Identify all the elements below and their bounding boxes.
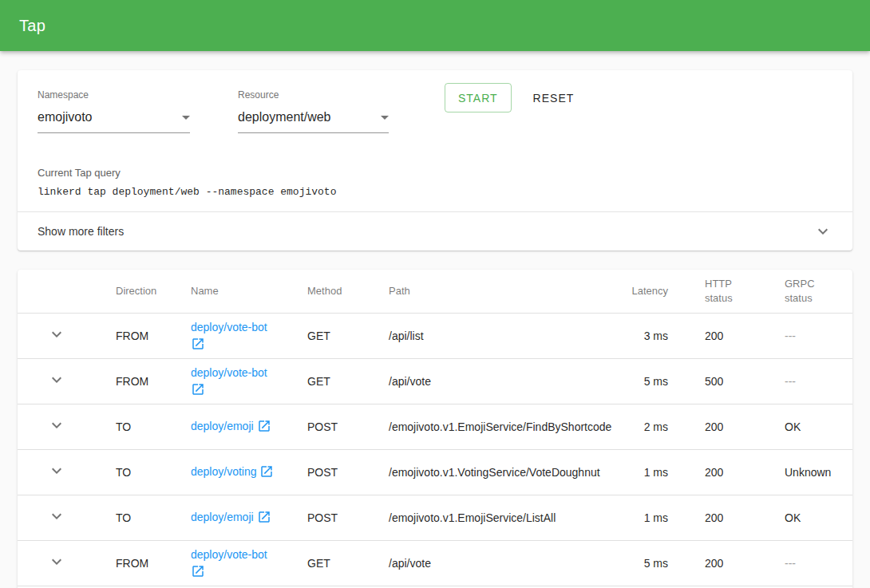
name-cell: deploy/emoji — [191, 404, 307, 449]
chevron-down-icon — [47, 552, 66, 571]
column-header-path: Path — [389, 270, 612, 313]
chevron-down-icon — [47, 416, 66, 435]
grpc-status-cell: --- — [748, 540, 852, 586]
expand-cell — [18, 404, 96, 449]
grpc-status-cell: OK — [748, 404, 852, 449]
resource-link[interactable]: deploy/emoji — [191, 420, 254, 432]
latency-cell: 5 ms — [612, 540, 668, 586]
table-row: FROM deploy/vote-bot GET /api/vote 5 ms … — [18, 358, 852, 404]
direction-cell: FROM — [96, 313, 191, 358]
reset-button[interactable]: RESET — [532, 83, 576, 112]
path-cell: /api/vote — [389, 358, 612, 404]
http-status-cell: 500 — [668, 358, 748, 404]
resource-link[interactable]: deploy/vote-bot — [191, 321, 267, 333]
expand-row-button[interactable] — [47, 416, 66, 435]
resource-link[interactable]: deploy/vote-bot — [191, 548, 267, 561]
resource-select[interactable]: Resource deployment/web — [238, 89, 389, 133]
http-status-cell: 200 — [668, 540, 748, 586]
column-header-name: Name — [191, 270, 307, 313]
chevron-down-icon — [47, 370, 66, 389]
direction-cell: FROM — [96, 540, 191, 586]
name-cell: deploy/vote-bot — [191, 540, 307, 586]
direction-cell: FROM — [96, 358, 191, 404]
tap-query-card: Namespace emojivoto Resource deployment/… — [18, 70, 852, 251]
query-code: linkerd tap deployment/web --namespace e… — [38, 186, 832, 199]
open-in-new-icon[interactable] — [191, 564, 205, 578]
path-cell: /emojivoto.v1.EmojiService/ListAll — [389, 495, 612, 540]
table-row: TO deploy/emoji POST /emojivoto.v1.Emoji… — [18, 495, 852, 540]
dropdown-arrow-icon — [375, 108, 394, 127]
name-cell: deploy/vote-bot — [191, 313, 307, 358]
open-in-new-icon[interactable] — [259, 464, 274, 479]
direction-cell: TO — [96, 449, 191, 495]
name-cell: deploy/emoji — [191, 495, 307, 540]
latency-cell: 5 ms — [612, 358, 668, 404]
latency-cell: 3 ms — [612, 313, 668, 358]
query-label: Current Tap query — [38, 167, 832, 179]
expand-cell — [18, 495, 96, 540]
resource-link[interactable]: deploy/vote-bot — [191, 366, 267, 379]
direction-cell: TO — [96, 404, 191, 449]
column-header-direction: Direction — [96, 270, 191, 313]
chevron-down-icon — [47, 507, 66, 526]
namespace-value: emojivoto — [38, 110, 92, 124]
tap-results-card: Direction Name Method Path Latency HTTP … — [18, 270, 852, 588]
namespace-label: Namespace — [38, 89, 190, 101]
method-cell: GET — [307, 313, 389, 358]
app-bar: Tap — [0, 0, 870, 51]
expand-cell — [18, 313, 96, 358]
expand-cell — [18, 540, 96, 586]
http-status-cell: 200 — [668, 495, 748, 540]
latency-cell: 1 ms — [612, 449, 668, 495]
method-cell: POST — [307, 404, 389, 449]
expand-row-button[interactable] — [47, 507, 66, 526]
path-cell: /api/list — [389, 313, 612, 358]
open-in-new-icon[interactable] — [191, 337, 205, 351]
tap-results-table: Direction Name Method Path Latency HTTP … — [18, 270, 852, 586]
expand-row-button[interactable] — [47, 325, 66, 344]
http-status-cell: 200 — [668, 313, 748, 358]
expand-cell — [18, 358, 96, 404]
method-cell: GET — [307, 358, 389, 404]
http-status-cell: 200 — [668, 449, 748, 495]
expand-row-button[interactable] — [47, 461, 66, 480]
chevron-down-icon — [47, 325, 66, 344]
main-content: Namespace emojivoto Resource deployment/… — [0, 51, 870, 588]
chevron-down-icon — [47, 461, 66, 480]
namespace-select[interactable]: Namespace emojivoto — [38, 89, 190, 133]
column-header-grpc-status: GRPC status — [748, 270, 852, 313]
grpc-status-cell: --- — [748, 313, 852, 358]
method-cell: GET — [307, 540, 389, 586]
grpc-status-cell: Unknown — [748, 449, 852, 495]
path-cell: /emojivoto.v1.VotingService/VoteDoughnut — [389, 449, 612, 495]
column-header-http-status: HTTP status — [668, 270, 748, 313]
current-query-block: Current Tap query linkerd tap deployment… — [18, 133, 852, 199]
show-more-filters-label: Show more filters — [38, 225, 124, 238]
method-cell: POST — [307, 495, 389, 540]
path-cell: /emojivoto.v1.EmojiService/FindByShortco… — [389, 404, 612, 449]
open-in-new-icon[interactable] — [257, 510, 271, 524]
show-more-filters[interactable]: Show more filters — [18, 212, 852, 251]
dropdown-arrow-icon — [176, 108, 196, 127]
expand-cell — [18, 449, 96, 495]
column-header-latency: Latency — [612, 270, 668, 313]
open-in-new-icon[interactable] — [257, 419, 271, 433]
chevron-down-icon — [813, 222, 832, 241]
expand-row-button[interactable] — [47, 552, 66, 571]
column-header-method: Method — [307, 270, 389, 313]
grpc-status-cell: --- — [748, 358, 852, 404]
resource-value: deployment/web — [238, 110, 331, 124]
table-row: FROM deploy/vote-bot GET /api/list 3 ms … — [18, 313, 852, 358]
filter-row: Namespace emojivoto Resource deployment/… — [18, 70, 852, 133]
resource-link[interactable]: deploy/voting — [191, 465, 257, 478]
http-status-cell: 200 — [668, 404, 748, 449]
direction-cell: TO — [96, 495, 191, 540]
name-cell: deploy/voting — [191, 449, 307, 495]
start-button[interactable]: START — [445, 83, 512, 112]
expand-row-button[interactable] — [47, 370, 66, 389]
table-body: FROM deploy/vote-bot GET /api/list 3 ms … — [18, 313, 852, 586]
expand-column-header — [18, 270, 96, 313]
open-in-new-icon[interactable] — [191, 382, 205, 397]
method-cell: POST — [307, 449, 389, 495]
resource-link[interactable]: deploy/emoji — [191, 511, 254, 523]
